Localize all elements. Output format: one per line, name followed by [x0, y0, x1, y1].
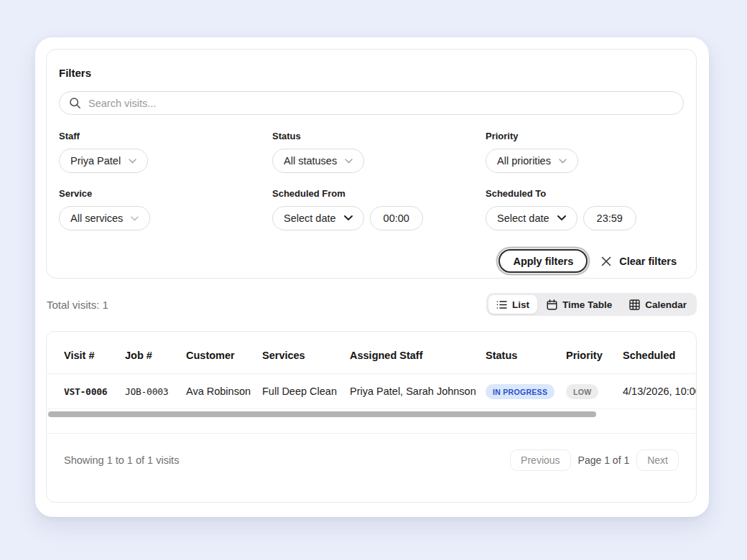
- cell-customer: Ava Robinson: [186, 386, 262, 397]
- scheduled-from-time-value: 00:00: [384, 213, 409, 224]
- scheduled-from-field: Scheduled From Select date 00:00: [272, 188, 486, 230]
- results-summary: Showing 1 to 1 of 1 visits: [64, 449, 179, 471]
- column-header-customer: Customer: [186, 350, 262, 361]
- status-select-value: All statuses: [284, 155, 337, 167]
- filters-row-1: Staff Priya Patel Status All statuses: [59, 131, 684, 173]
- scheduled-from-date-select[interactable]: Select date: [272, 206, 364, 230]
- view-tab-calendar[interactable]: Calendar: [621, 295, 695, 314]
- calendar-grid-icon: [629, 299, 640, 310]
- column-header-visit: Visit #: [64, 350, 125, 361]
- priority-select[interactable]: All priorities: [486, 149, 578, 173]
- scheduled-from-label: Scheduled From: [272, 188, 486, 199]
- status-badge: IN PROGRESS: [486, 384, 555, 399]
- service-select[interactable]: All services: [59, 206, 150, 230]
- priority-badge: LOW: [566, 384, 598, 399]
- staff-label: Staff: [59, 131, 272, 141]
- page-indicator: Page 1 of 1: [578, 454, 630, 466]
- scheduled-to-label: Scheduled To: [486, 188, 684, 199]
- priority-select-value: All priorities: [497, 155, 551, 167]
- filters-title: Filters: [59, 67, 684, 79]
- scrollbar-thumb[interactable]: [48, 411, 596, 417]
- view-tab-calendar-label: Calendar: [645, 299, 687, 310]
- view-tab-timetable-label: Time Table: [562, 299, 612, 310]
- table-row[interactable]: VST-0006 JOB-0003 Ava Robinson Full Deep…: [47, 374, 696, 409]
- apply-filters-button[interactable]: Apply filters: [498, 249, 588, 273]
- column-header-scheduled: Scheduled: [623, 350, 696, 361]
- chevron-down-icon: [559, 159, 567, 164]
- clear-filters-button[interactable]: Clear filters: [601, 256, 677, 267]
- staff-select-value: Priya Patel: [70, 155, 121, 167]
- status-label: Status: [272, 131, 486, 141]
- search-input[interactable]: [88, 98, 674, 109]
- scheduled-to-time-value: 23:59: [597, 213, 623, 224]
- table-scroll-area: Visit # Job # Customer Services Assigned…: [47, 332, 696, 409]
- priority-label: Priority: [486, 131, 684, 141]
- column-header-priority: Priority: [566, 350, 623, 361]
- scheduled-to-date-value: Select date: [497, 213, 549, 224]
- scheduled-to-field: Scheduled To Select date 23:59: [486, 188, 684, 230]
- view-tab-list[interactable]: List: [488, 295, 537, 314]
- filters-panel: Filters Staff Priya Patel Status: [46, 49, 697, 279]
- filters-actions: Apply filters Clear filters: [59, 249, 684, 273]
- column-header-services: Services: [262, 350, 350, 361]
- status-select[interactable]: All statuses: [272, 149, 364, 173]
- chevron-down-icon: [344, 215, 353, 221]
- chevron-down-icon: [129, 159, 136, 164]
- staff-select[interactable]: Priya Patel: [59, 149, 148, 173]
- service-field: Service All services: [59, 188, 272, 230]
- cell-services: Full Deep Clean: [262, 386, 350, 397]
- table-footer: Showing 1 to 1 of 1 visits Previous Page…: [47, 434, 696, 502]
- view-toggle: List Time Table Calen: [486, 293, 697, 316]
- cell-visit-number: VST-0006: [64, 386, 125, 397]
- chevron-down-icon: [345, 159, 353, 164]
- search-icon: [69, 97, 81, 109]
- cell-job-number: JOB-0003: [125, 386, 186, 397]
- table-header-row: Visit # Job # Customer Services Assigned…: [47, 332, 696, 374]
- search-bar: [59, 91, 684, 115]
- main-panel: Filters Staff Priya Patel Status: [35, 37, 709, 517]
- list-icon: [496, 300, 507, 309]
- horizontal-scrollbar[interactable]: [47, 409, 696, 419]
- service-select-value: All services: [70, 213, 123, 224]
- column-header-assigned-staff: Assigned Staff: [350, 350, 486, 361]
- staff-field: Staff Priya Patel: [59, 131, 272, 173]
- service-label: Service: [59, 188, 272, 199]
- toolbar: Total visits: 1 List: [47, 293, 697, 316]
- next-page-button[interactable]: Next: [636, 449, 679, 471]
- view-tab-list-label: List: [512, 299, 529, 310]
- visits-table-card: Visit # Job # Customer Services Assigned…: [46, 331, 697, 503]
- scheduled-from-date-value: Select date: [284, 213, 336, 224]
- column-header-status: Status: [486, 350, 566, 361]
- timetable-icon: [547, 299, 557, 310]
- status-field: Status All statuses: [272, 131, 486, 173]
- scheduled-to-date-select[interactable]: Select date: [486, 206, 577, 230]
- previous-page-button[interactable]: Previous: [510, 449, 570, 471]
- scheduled-to-time-input[interactable]: 23:59: [583, 206, 636, 230]
- scheduled-from-time-input[interactable]: 00:00: [370, 206, 423, 230]
- pagination: Previous Page 1 of 1 Next: [510, 449, 679, 471]
- close-icon: [601, 256, 611, 266]
- total-visits-label: Total visits: 1: [47, 299, 108, 311]
- view-tab-timetable[interactable]: Time Table: [539, 295, 620, 314]
- priority-field: Priority All priorities: [486, 131, 684, 173]
- chevron-down-icon: [131, 216, 139, 221]
- chevron-down-icon: [557, 215, 566, 221]
- clear-filters-label: Clear filters: [619, 256, 677, 267]
- filters-row-2: Service All services Scheduled From Sele…: [59, 188, 684, 230]
- cell-assigned-staff: Priya Patel, Sarah Johnson: [350, 386, 486, 397]
- cell-scheduled: 4/13/2026, 10:00: [623, 386, 696, 397]
- table-spacer: [47, 419, 696, 434]
- column-header-job: Job #: [125, 350, 186, 361]
